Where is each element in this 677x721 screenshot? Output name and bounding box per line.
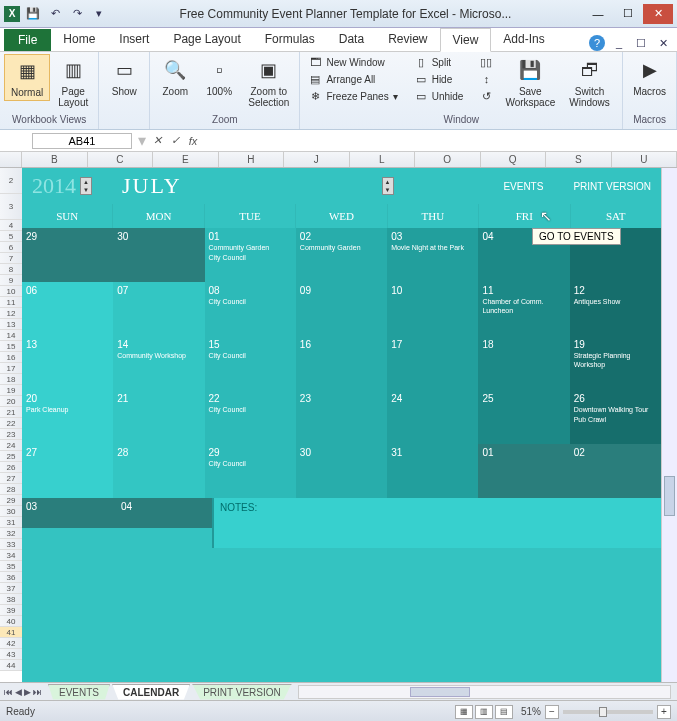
column-header[interactable]: E xyxy=(153,152,219,167)
close-button[interactable]: ✕ xyxy=(643,4,673,24)
tab-data[interactable]: Data xyxy=(327,28,376,51)
column-header[interactable]: O xyxy=(415,152,481,167)
sheet-tab-events[interactable]: EVENTS xyxy=(48,684,110,700)
calendar-day[interactable]: 31 xyxy=(387,444,478,498)
fx-icon[interactable]: fx xyxy=(184,135,202,147)
calendar-content[interactable]: 2014 ▲▼ JULY ▲▼ EVENTS PRINT VERSION ↖ G… xyxy=(22,168,661,682)
calendar-day[interactable]: 17 xyxy=(387,336,478,390)
row-header[interactable]: 44 xyxy=(0,660,22,671)
tab-home[interactable]: Home xyxy=(51,28,107,51)
first-tab-icon[interactable]: ⏮ xyxy=(4,687,13,697)
calendar-day[interactable]: 04 xyxy=(117,498,212,528)
normal-shortcut-button[interactable]: ▦ xyxy=(455,705,473,719)
row-header[interactable]: 43 xyxy=(0,649,22,660)
file-tab[interactable]: File xyxy=(4,29,51,51)
calendar-day[interactable]: 03Movie Night at the Park xyxy=(387,228,478,282)
zoom-out-button[interactable]: − xyxy=(545,705,559,719)
row-header[interactable]: 26 xyxy=(0,462,22,473)
last-tab-icon[interactable]: ⏭ xyxy=(33,687,42,697)
row-header[interactable]: 23 xyxy=(0,429,22,440)
column-header[interactable]: U xyxy=(612,152,678,167)
row-header[interactable]: 17 xyxy=(0,363,22,374)
row-header[interactable]: 4 xyxy=(0,220,22,231)
hide-button[interactable]: ▭Hide xyxy=(410,71,468,87)
row-header[interactable]: 14 xyxy=(0,330,22,341)
row-header[interactable]: 8 xyxy=(0,264,22,275)
switch-windows-button[interactable]: 🗗Switch Windows xyxy=(563,54,616,110)
calendar-day[interactable]: 28 xyxy=(113,444,204,498)
calendar-day[interactable]: 14Community Workshop xyxy=(113,336,204,390)
calendar-day[interactable]: 26Downtown Walking TourPub Crawl xyxy=(570,390,661,444)
page-layout-shortcut-button[interactable]: ▥ xyxy=(475,705,493,719)
row-header[interactable]: 18 xyxy=(0,374,22,385)
calendar-day[interactable]: 06 xyxy=(22,282,113,336)
row-header[interactable]: 34 xyxy=(0,550,22,561)
maximize-button[interactable]: ☐ xyxy=(613,4,643,24)
notes-area[interactable]: NOTES: xyxy=(212,498,661,548)
normal-view-button[interactable]: ▦ Normal xyxy=(4,54,50,101)
column-header[interactable]: C xyxy=(88,152,154,167)
calendar-day[interactable]: 15City Council xyxy=(205,336,296,390)
column-header[interactable]: L xyxy=(350,152,416,167)
calendar-day[interactable]: 30 xyxy=(296,444,387,498)
hscroll-thumb[interactable] xyxy=(410,687,470,697)
row-header[interactable]: 30 xyxy=(0,506,22,517)
macros-button[interactable]: ▶Macros xyxy=(627,54,672,99)
calendar-day[interactable]: 08City Council xyxy=(205,282,296,336)
calendar-day[interactable]: 01Community GardenCity Council xyxy=(205,228,296,282)
row-header[interactable]: 28 xyxy=(0,484,22,495)
row-header[interactable]: 35 xyxy=(0,561,22,572)
row-header[interactable]: 13 xyxy=(0,319,22,330)
row-header[interactable]: 6 xyxy=(0,242,22,253)
calendar-day[interactable]: 16 xyxy=(296,336,387,390)
row-header[interactable]: 11 xyxy=(0,297,22,308)
events-link[interactable]: EVENTS xyxy=(503,181,543,192)
row-header[interactable]: 16 xyxy=(0,352,22,363)
sheet-tab-calendar[interactable]: CALENDAR xyxy=(112,684,190,700)
zoom-level[interactable]: 51% xyxy=(521,706,541,717)
zoom-slider[interactable] xyxy=(563,710,653,714)
row-header[interactable]: 3 xyxy=(0,194,22,220)
horizontal-scrollbar[interactable] xyxy=(298,685,671,699)
column-header[interactable]: H xyxy=(219,152,285,167)
row-header[interactable]: 27 xyxy=(0,473,22,484)
calendar-day[interactable]: 24 xyxy=(387,390,478,444)
calendar-day[interactable]: 04 xyxy=(478,228,569,282)
undo-button[interactable]: ↶ xyxy=(46,5,64,23)
ribbon-options-icon[interactable]: ☐ xyxy=(633,35,649,51)
year-spinner[interactable]: ▲▼ xyxy=(80,177,92,195)
calendar-day[interactable]: 02Community Garden xyxy=(296,228,387,282)
row-header[interactable]: 10 xyxy=(0,286,22,297)
column-headers[interactable]: BCEHJLOQSU xyxy=(0,152,677,168)
calendar-day[interactable]: 05 xyxy=(570,228,661,282)
row-header[interactable]: 19 xyxy=(0,385,22,396)
zoom-100-button[interactable]: ▫100% xyxy=(198,54,240,99)
prev-tab-icon[interactable]: ◀ xyxy=(15,687,22,697)
tab-add-ins[interactable]: Add-Ins xyxy=(491,28,556,51)
page-layout-button[interactable]: ▥ Page Layout xyxy=(52,54,94,110)
calendar-day[interactable]: 09 xyxy=(296,282,387,336)
row-header[interactable]: 31 xyxy=(0,517,22,528)
tab-review[interactable]: Review xyxy=(376,28,439,51)
qat-dropdown[interactable]: ▾ xyxy=(90,5,108,23)
child-close-icon[interactable]: ✕ xyxy=(655,35,671,51)
new-window-button[interactable]: 🗔New Window xyxy=(304,54,401,70)
calendar-day[interactable]: 03 xyxy=(22,498,117,528)
row-header[interactable]: 5 xyxy=(0,231,22,242)
row-header[interactable]: 15 xyxy=(0,341,22,352)
save-button[interactable]: 💾 xyxy=(24,5,42,23)
row-header[interactable]: 41 xyxy=(0,627,22,638)
calendar-day[interactable]: 29 xyxy=(22,228,113,282)
row-header[interactable]: 7 xyxy=(0,253,22,264)
calendar-day[interactable]: 13 xyxy=(22,336,113,390)
row-header[interactable]: 21 xyxy=(0,407,22,418)
calendar-day[interactable]: 02 xyxy=(570,444,661,498)
zoom-to-selection-button[interactable]: ▣Zoom to Selection xyxy=(242,54,295,110)
row-header[interactable]: 25 xyxy=(0,451,22,462)
redo-button[interactable]: ↷ xyxy=(68,5,86,23)
column-header[interactable]: J xyxy=(284,152,350,167)
row-header[interactable]: 37 xyxy=(0,583,22,594)
split-button[interactable]: ▯Split xyxy=(410,54,468,70)
calendar-day[interactable]: 29City Council xyxy=(205,444,296,498)
column-header[interactable]: S xyxy=(546,152,612,167)
